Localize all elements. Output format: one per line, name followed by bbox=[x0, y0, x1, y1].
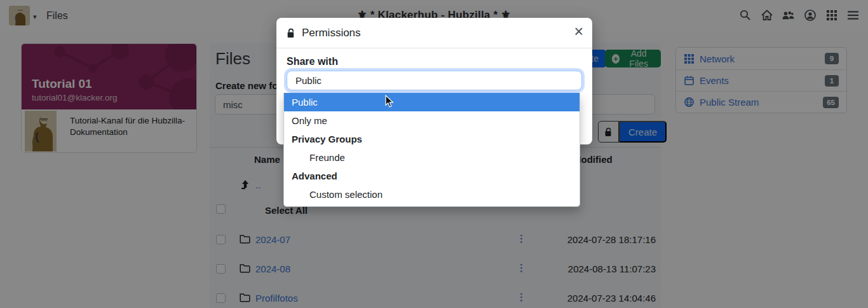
dropdown-option-only-me[interactable]: Only me bbox=[284, 111, 580, 130]
close-icon[interactable]: × bbox=[574, 24, 583, 39]
modal-header: Permissions × bbox=[276, 18, 592, 48]
share-with-input[interactable] bbox=[287, 71, 582, 90]
mouse-cursor bbox=[385, 95, 395, 111]
dropdown-header-advanced: Advanced bbox=[284, 167, 580, 185]
modal-title: Permissions bbox=[302, 27, 361, 39]
dropdown-option-freunde[interactable]: Freunde bbox=[284, 148, 580, 167]
unlock-icon bbox=[287, 28, 296, 38]
share-with-dropdown: Public Only me Privacy Groups Freunde Ad… bbox=[283, 93, 580, 207]
dropdown-option-public[interactable]: Public bbox=[284, 93, 580, 111]
dropdown-option-custom-selection[interactable]: Custom selection bbox=[284, 185, 580, 204]
hubzilla-files-page: ▾ Files ⚜ * Klackerhub - Hubzilla * ⚜ bbox=[0, 0, 868, 308]
share-with-label: Share with bbox=[287, 56, 338, 67]
dropdown-header-privacy-groups: Privacy Groups bbox=[284, 130, 580, 148]
